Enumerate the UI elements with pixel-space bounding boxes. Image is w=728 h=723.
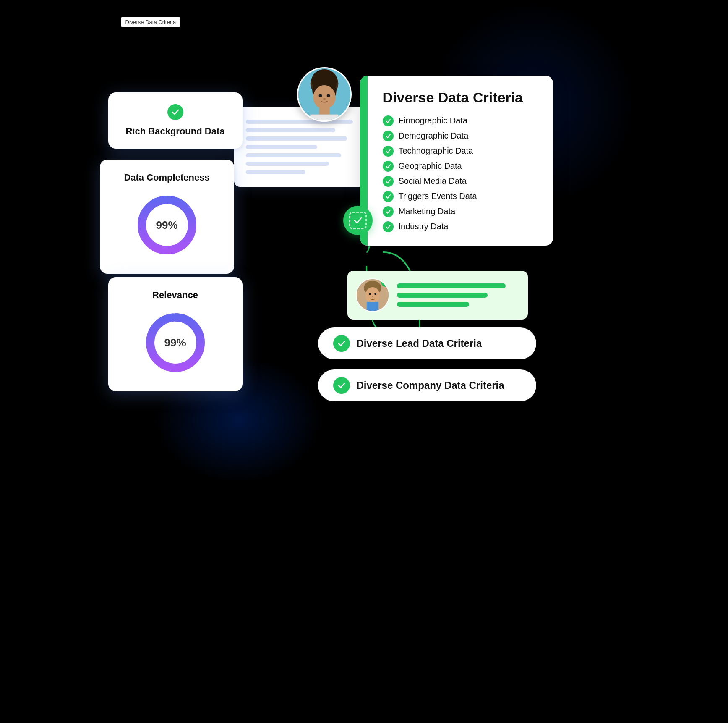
completeness-donut: 99% (133, 191, 201, 259)
relevance-donut: 99% (142, 309, 209, 376)
criteria-check-icon (383, 206, 394, 217)
svg-point-19 (374, 293, 376, 295)
criteria-item: Firmographic Data (383, 115, 538, 126)
criteria-item: Geographic Data (383, 161, 538, 172)
criteria-item: Technographic Data (383, 146, 538, 157)
avatar2-check-badge (381, 278, 389, 287)
company-criteria-badge: Diverse Company Data Criteria (318, 369, 536, 401)
criteria-check-icon (383, 191, 394, 202)
doc-line (246, 170, 305, 174)
criteria-label: Triggers Events Data (399, 191, 477, 201)
green-checkbox (343, 206, 373, 235)
avatar-person1 (297, 67, 352, 122)
criteria-item: Triggers Events Data (383, 191, 538, 202)
doc-line (246, 128, 335, 132)
criteria-label: Industry Data (399, 222, 449, 231)
criteria-label: Geographic Data (399, 161, 462, 171)
criteria-label: Demographic Data (399, 131, 469, 141)
doc-line (246, 153, 341, 157)
avatar-person2 (356, 278, 389, 312)
company-badge-check-icon (333, 377, 350, 394)
svg-rect-14 (310, 115, 338, 120)
relevance-title: Relevance (123, 290, 227, 301)
svg-point-17 (365, 287, 379, 303)
checkbox-inner (349, 212, 367, 229)
rich-title: Rich Background Data (123, 126, 227, 137)
criteria-label: Marketing Data (399, 207, 456, 216)
lead-criteria-badge: Diverse Lead Data Criteria (318, 327, 536, 359)
rich-background-card: Rich Background Data (108, 92, 243, 149)
doc-line (246, 120, 353, 124)
relevance-percent: 99% (164, 336, 186, 349)
svg-rect-21 (366, 302, 378, 311)
criteria-item: Social Media Data (383, 176, 538, 187)
criteria-item: Demographic Data (383, 131, 538, 141)
criteria-label: Firmographic Data (399, 116, 468, 126)
criteria-check-icon (383, 115, 394, 126)
criteria-label: Technographic Data (399, 146, 473, 156)
criteria-check-icon (383, 221, 394, 232)
svg-point-12 (323, 98, 326, 100)
svg-point-11 (326, 94, 330, 97)
svg-point-10 (318, 94, 322, 97)
svg-point-18 (368, 293, 371, 295)
green-line (397, 293, 488, 298)
criteria-check-icon (383, 146, 394, 157)
document-card (234, 107, 377, 187)
doc-line (246, 145, 317, 149)
main-card-title: Diverse Data Criteria (383, 89, 538, 106)
main-criteria-card: Diverse Data Criteria Firmographic Data … (360, 76, 553, 246)
lead-badge-check-icon (333, 335, 350, 352)
avatar-green-lines (397, 283, 518, 307)
tooltip-label: Diverse Data Criteria (121, 17, 181, 27)
rich-check-icon (167, 104, 183, 120)
lead-badge-label: Diverse Lead Data Criteria (357, 338, 482, 349)
green-line (397, 283, 506, 288)
green-line (397, 302, 470, 307)
criteria-list: Firmographic Data Demographic Data Techn… (383, 115, 538, 232)
relevance-card: Relevance 99% (108, 277, 243, 391)
avatar-person2-card (347, 271, 528, 320)
completeness-card: Data Completeness 99% (100, 160, 234, 274)
doc-line (246, 162, 329, 166)
criteria-check-icon (383, 176, 394, 187)
completeness-percent: 99% (156, 219, 177, 232)
company-badge-label: Diverse Company Data Criteria (357, 380, 504, 391)
criteria-check-icon (383, 161, 394, 172)
document-lines (246, 120, 365, 174)
criteria-check-icon (383, 131, 394, 141)
completeness-title: Data Completeness (115, 172, 219, 183)
doc-line (246, 136, 347, 141)
criteria-item: Marketing Data (383, 206, 538, 217)
svg-point-20 (372, 296, 373, 297)
svg-point-9 (313, 85, 335, 109)
criteria-label: Social Media Data (399, 176, 467, 186)
criteria-item: Industry Data (383, 221, 538, 232)
